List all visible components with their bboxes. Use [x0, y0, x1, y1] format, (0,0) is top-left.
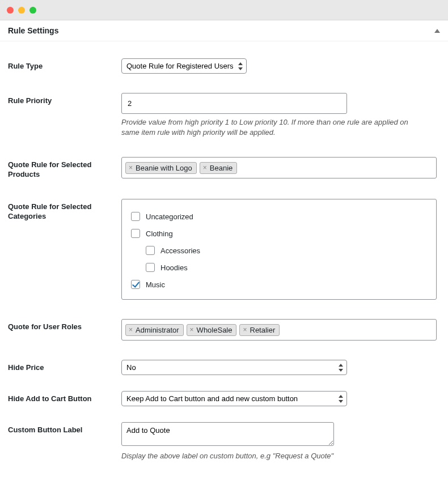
tag-label: Administrator — [136, 326, 179, 334]
textarea-custom-button-label[interactable] — [121, 422, 334, 446]
row-selected-categories: Quote Rule for Selected Categories Uncat… — [8, 199, 440, 300]
checkbox-category[interactable] — [146, 263, 155, 272]
tagbox-selected-products[interactable]: × Beanie with Logo × Beanie — [121, 157, 437, 178]
category-label: Uncategorized — [146, 212, 193, 221]
checkbox-category[interactable] — [131, 280, 140, 289]
tag-label: Retalier — [250, 326, 276, 334]
tag-role[interactable]: × WholeSale — [187, 324, 237, 336]
label-selected-products: Quote Rule for Selected Products — [8, 157, 121, 180]
row-hide-add-to-cart: Hide Add to Cart Button Keep Add to Cart… — [8, 391, 440, 406]
category-item: Hoodies — [146, 263, 427, 272]
category-item: Music — [131, 280, 427, 289]
panel-title: Rule Settings — [8, 26, 58, 35]
remove-tag-icon[interactable]: × — [129, 164, 133, 171]
category-item: Uncategorized — [131, 212, 427, 221]
row-hide-price: Hide Price No — [8, 360, 440, 375]
category-label: Music — [146, 280, 165, 289]
row-rule-type: Rule Type Quote Rule for Registered User… — [8, 58, 440, 74]
row-user-roles: Quote for User Roles × Administrator × W… — [8, 319, 440, 341]
minimize-window-button[interactable] — [18, 7, 25, 14]
select-rule-type[interactable]: Quote Rule for Registered Users — [121, 58, 247, 74]
collapse-toggle-icon[interactable] — [434, 29, 440, 33]
row-rule-priority: Rule Priority Provide value from high pr… — [8, 93, 440, 138]
help-custom-button-label: Display the above label on custom button… — [121, 451, 428, 461]
checkbox-category[interactable] — [146, 246, 155, 255]
remove-tag-icon[interactable]: × — [203, 164, 207, 171]
category-box: Uncategorized Clothing Accessories Hoodi… — [121, 199, 437, 300]
select-hide-price[interactable]: No — [121, 360, 347, 375]
tag-label: WholeSale — [197, 326, 233, 334]
category-label: Hoodies — [160, 263, 188, 272]
form-body: Rule Type Quote Rule for Registered User… — [0, 41, 448, 478]
label-hide-add-to-cart: Hide Add to Cart Button — [8, 391, 121, 404]
remove-tag-icon[interactable]: × — [129, 326, 133, 333]
label-selected-categories: Quote Rule for Selected Categories — [8, 199, 121, 222]
label-user-roles: Quote for User Roles — [8, 319, 121, 332]
label-custom-button-label: Custom Button Label — [8, 422, 121, 435]
row-custom-button-label: Custom Button Label Display the above la… — [8, 422, 440, 461]
traffic-lights — [7, 7, 36, 14]
tag-label: Beanie — [210, 164, 233, 172]
category-item: Clothing — [131, 229, 427, 238]
tag-role[interactable]: × Administrator — [125, 324, 184, 336]
close-window-button[interactable] — [7, 7, 14, 14]
category-label: Accessories — [160, 246, 200, 255]
checkbox-category[interactable] — [131, 212, 140, 221]
maximize-window-button[interactable] — [29, 7, 36, 14]
tag-product[interactable]: × Beanie — [200, 162, 238, 174]
tag-product[interactable]: × Beanie with Logo — [125, 162, 197, 174]
tag-role[interactable]: × Retalier — [239, 324, 280, 336]
remove-tag-icon[interactable]: × — [190, 326, 194, 333]
label-rule-type: Rule Type — [8, 58, 121, 71]
tag-label: Beanie with Logo — [136, 164, 192, 172]
checkbox-category[interactable] — [131, 229, 140, 238]
label-hide-price: Hide Price — [8, 360, 121, 373]
select-hide-add-to-cart[interactable]: Keep Add to Cart button and add new cust… — [121, 391, 347, 406]
category-label: Clothing — [146, 229, 173, 238]
input-rule-priority[interactable] — [121, 93, 347, 114]
category-item: Accessories — [146, 246, 427, 255]
help-rule-priority: Provide value from high priority 1 to Lo… — [121, 117, 428, 138]
row-selected-products: Quote Rule for Selected Products × Beani… — [8, 157, 440, 180]
label-rule-priority: Rule Priority — [8, 93, 121, 106]
remove-tag-icon[interactable]: × — [243, 326, 247, 333]
window-titlebar — [0, 0, 448, 20]
tagbox-user-roles[interactable]: × Administrator × WholeSale × Retalier — [121, 319, 437, 341]
panel-header[interactable]: Rule Settings — [0, 20, 448, 41]
